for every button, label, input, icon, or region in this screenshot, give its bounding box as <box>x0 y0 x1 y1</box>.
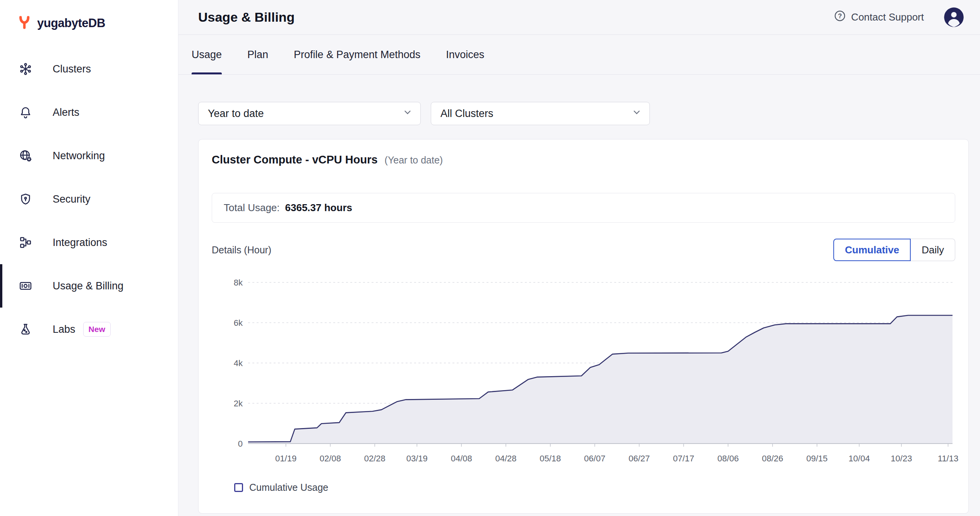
logo[interactable]: yugabyteDB <box>0 0 178 43</box>
shield-icon <box>19 192 33 206</box>
flask-icon <box>19 322 33 336</box>
view-toggle: CumulativeDaily <box>833 239 955 261</box>
sidebar-item-security[interactable]: Security <box>0 177 178 221</box>
sidebar-item-networking[interactable]: Networking <box>0 134 178 177</box>
period-select[interactable]: Year to date <box>198 102 421 125</box>
tab-plan[interactable]: Plan <box>247 35 268 74</box>
help-icon: ? <box>834 10 846 25</box>
x-axis-tick-label: 08/26 <box>762 454 783 463</box>
x-axis-tick-label: 02/28 <box>364 454 385 463</box>
sidebar-item-label: Labs <box>53 323 75 335</box>
cumulative-toggle-button[interactable]: Cumulative <box>833 239 911 261</box>
period-select-value: Year to date <box>208 108 264 120</box>
sidebar-item-label: Usage & Billing <box>53 280 123 292</box>
total-usage-box: Total Usage: 6365.37 hours <box>212 193 955 223</box>
sidebar-item-alerts[interactable]: Alerts <box>0 91 178 134</box>
tab-profile-payment-methods[interactable]: Profile & Payment Methods <box>294 35 420 74</box>
x-axis-tick-label: 06/07 <box>584 454 605 463</box>
sidebar-item-label: Clusters <box>53 63 91 75</box>
cumulative-area <box>248 315 953 444</box>
main-area: Usage & Billing ? Contact Support <box>178 0 980 514</box>
x-axis-tick-label: 10/23 <box>891 454 912 463</box>
details-label: Details (Hour) <box>212 244 271 256</box>
sidebar-item-label: Security <box>53 193 91 205</box>
globe-gear-icon <box>19 149 33 163</box>
legend-label: Cumulative Usage <box>249 482 328 493</box>
x-axis-tick-label: 08/06 <box>718 454 739 463</box>
contact-support-label: Contact Support <box>851 11 924 23</box>
contact-support-button[interactable]: ? Contact Support <box>834 10 924 25</box>
svg-text:?: ? <box>838 12 842 20</box>
total-usage-value: 6365.37 hours <box>285 202 352 214</box>
sidebar-item-label: Integrations <box>53 237 107 249</box>
chevron-down-icon <box>403 107 413 120</box>
tab-usage[interactable]: Usage <box>192 35 222 74</box>
sidebar-item-clusters[interactable]: Clusters <box>0 47 178 91</box>
new-badge: New <box>83 322 111 337</box>
usage-card: Cluster Compute - vCPU Hours (Year to da… <box>198 139 969 514</box>
avatar[interactable] <box>943 7 965 28</box>
cluster-select[interactable]: All Clusters <box>431 102 650 125</box>
chevron-down-icon <box>632 107 642 120</box>
usage-card-title: Cluster Compute - vCPU Hours <box>212 153 378 166</box>
x-axis-tick-label: 04/08 <box>451 454 472 463</box>
legend-checkbox[interactable] <box>234 483 243 492</box>
y-axis-tick-label: 4k <box>234 358 243 368</box>
x-axis-tick-label: 01/19 <box>275 454 296 463</box>
sidebar-item-label: Alerts <box>53 107 79 119</box>
x-axis-tick-label: 02/08 <box>320 454 341 463</box>
x-axis-tick-label: 11/13 <box>938 454 958 463</box>
yugabytedb-logo-icon <box>16 14 33 32</box>
x-axis-tick-label: 07/17 <box>673 454 694 463</box>
x-axis-tick-label: 03/19 <box>406 454 428 463</box>
y-axis-tick-label: 0 <box>238 439 243 449</box>
billing-tabs: UsagePlanProfile & Payment MethodsInvoic… <box>178 35 980 75</box>
page-title: Usage & Billing <box>198 10 295 25</box>
sidebar-item-integrations[interactable]: Integrations <box>0 221 178 264</box>
x-axis-tick-label: 10/04 <box>848 454 870 463</box>
sidebar-nav: ClustersAlertsNetworkingSecurityIntegrat… <box>0 47 178 351</box>
header-actions: ? Contact Support <box>834 7 965 28</box>
page-header: Usage & Billing ? Contact Support <box>178 0 980 35</box>
usage-card-header: Cluster Compute - vCPU Hours (Year to da… <box>199 139 968 166</box>
daily-toggle-button[interactable]: Daily <box>911 239 955 261</box>
clusters-icon <box>19 62 33 76</box>
usage-card-subtitle: (Year to date) <box>385 155 443 166</box>
x-axis-tick-label: 04/28 <box>495 454 516 463</box>
cluster-select-value: All Clusters <box>440 108 493 120</box>
brand-name: yugabyteDB <box>37 16 105 30</box>
sidebar-item-labs[interactable]: LabsNew <box>0 308 178 351</box>
x-axis-tick-label: 05/18 <box>540 454 561 463</box>
x-axis-tick-label: 09/15 <box>806 454 828 463</box>
bell-icon <box>19 105 33 119</box>
usage-chart: 02k4k6k8k01/1902/0802/2803/1904/0804/280… <box>217 273 964 467</box>
chart-legend: Cumulative Usage <box>234 482 328 493</box>
billing-icon <box>19 279 33 293</box>
details-row: Details (Hour) CumulativeDaily <box>212 239 955 261</box>
sidebar-item-label: Networking <box>53 150 105 162</box>
sidebar-item-usage-billing[interactable]: Usage & Billing <box>0 264 178 308</box>
total-usage-label: Total Usage: <box>224 202 280 214</box>
tab-invoices[interactable]: Invoices <box>446 35 484 74</box>
y-axis-tick-label: 8k <box>234 278 243 287</box>
x-axis-tick-label: 06/27 <box>629 454 650 463</box>
integrations-icon <box>19 236 33 249</box>
sidebar: yugabyteDB ClustersAlertsNetworkingSecur… <box>0 0 178 516</box>
y-axis-tick-label: 6k <box>234 318 243 328</box>
y-axis-tick-label: 2k <box>234 399 243 408</box>
filters-row: Year to date All Clusters <box>198 102 980 125</box>
